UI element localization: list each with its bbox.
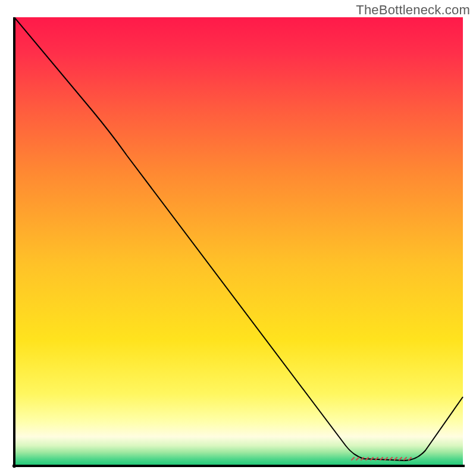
- gradient-plot-area: [14, 17, 463, 466]
- bottleneck-chart: [12, 17, 465, 468]
- attribution-text: TheBottleneck.com: [356, 2, 470, 18]
